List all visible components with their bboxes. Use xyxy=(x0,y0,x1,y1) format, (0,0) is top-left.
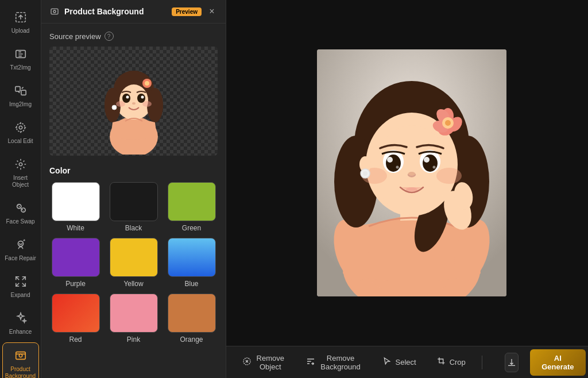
sidebar-item-face-repair[interactable]: Face Repair xyxy=(2,232,39,267)
color-swatch-orange xyxy=(168,294,216,333)
color-name-green: Green xyxy=(182,224,201,232)
color-item-white[interactable]: White xyxy=(49,182,102,232)
color-item-pink[interactable]: Pink xyxy=(107,294,160,344)
svg-point-51 xyxy=(432,166,435,169)
sidebar-label-local-edit: Local Edit xyxy=(8,138,33,145)
svg-point-29 xyxy=(145,81,149,86)
upload-icon xyxy=(13,9,29,25)
color-name-blue: Blue xyxy=(184,280,198,288)
svg-point-8 xyxy=(21,208,25,212)
remove-background-icon xyxy=(306,357,315,368)
svg-point-4 xyxy=(19,126,22,129)
svg-point-26 xyxy=(116,101,125,107)
main-canvas-image xyxy=(317,49,506,296)
svg-point-22 xyxy=(137,94,145,103)
panel: Product Background Preview × Source prev… xyxy=(41,0,226,378)
color-item-yellow[interactable]: Yellow xyxy=(107,238,160,288)
color-name-orange: Orange xyxy=(180,335,203,344)
help-icon[interactable]: ? xyxy=(105,32,114,41)
sidebar-item-expand[interactable]: Expand xyxy=(2,269,39,303)
color-swatch-green xyxy=(168,182,216,221)
svg-point-49 xyxy=(424,157,430,163)
sidebar-item-local-edit[interactable]: Local Edit xyxy=(2,115,39,149)
sidebar-item-img2img[interactable]: Img2Img xyxy=(2,78,39,113)
svg-point-47 xyxy=(423,155,438,172)
close-button[interactable]: × xyxy=(206,6,218,17)
sidebar-item-product-background[interactable]: ProductBackground Preview xyxy=(2,342,39,378)
canvas-area xyxy=(226,0,588,346)
select-icon xyxy=(382,357,392,368)
source-preview-box xyxy=(49,47,218,156)
color-swatch-blue xyxy=(168,238,216,277)
color-name-red: Red xyxy=(69,335,82,344)
bottom-toolbar: Remove Object Remove Background Select xyxy=(226,346,588,378)
svg-rect-3 xyxy=(21,90,25,95)
sidebar-item-txt2img[interactable]: Txt2Img xyxy=(2,41,39,76)
svg-point-65 xyxy=(445,120,451,126)
local-edit-icon xyxy=(13,119,29,136)
svg-point-27 xyxy=(142,101,152,107)
source-preview-image xyxy=(96,48,171,155)
color-item-red[interactable]: Red xyxy=(49,294,102,344)
face-repair-icon xyxy=(13,237,29,253)
sidebar-label-expand: Expand xyxy=(11,292,30,299)
svg-point-23 xyxy=(126,96,129,99)
panel-preview-tag: Preview xyxy=(172,7,202,16)
panel-header: Product Background Preview × xyxy=(41,0,226,24)
color-item-orange[interactable]: Orange xyxy=(165,294,218,344)
sidebar-label-upload: Upload xyxy=(11,28,30,34)
svg-point-53 xyxy=(406,187,417,192)
color-swatch-purple xyxy=(52,238,100,277)
toolbar-divider xyxy=(482,356,482,369)
color-grid: White Black Green Purple Yellow Blue xyxy=(49,182,218,344)
color-item-green[interactable]: Green xyxy=(165,182,218,232)
select-button[interactable]: Select xyxy=(378,354,420,371)
svg-point-43 xyxy=(374,125,449,215)
color-item-purple[interactable]: Purple xyxy=(49,238,102,288)
sidebar-item-enhance[interactable]: Enhance xyxy=(2,306,39,340)
color-name-yellow: Yellow xyxy=(123,280,143,288)
panel-title: Product Background xyxy=(64,7,167,16)
sidebar-item-insert-object[interactable]: Insert Object xyxy=(2,152,39,193)
svg-point-13 xyxy=(53,10,56,13)
remove-object-icon xyxy=(242,357,252,368)
svg-point-46 xyxy=(386,155,401,172)
svg-point-25 xyxy=(132,102,136,105)
source-preview-label: Source preview ? xyxy=(49,32,218,41)
svg-point-21 xyxy=(122,94,130,103)
color-swatch-red xyxy=(52,294,100,333)
ai-generate-button[interactable]: AI Generate xyxy=(530,349,585,376)
insert-object-icon xyxy=(13,156,29,172)
svg-point-48 xyxy=(387,157,393,163)
color-name-pink: Pink xyxy=(127,335,140,344)
main-image xyxy=(317,49,506,296)
color-section-title: Color xyxy=(49,166,218,175)
color-swatch-pink xyxy=(110,294,158,333)
svg-point-24 xyxy=(141,96,144,99)
svg-point-50 xyxy=(396,166,399,169)
color-swatch-black xyxy=(110,182,158,221)
sidebar-item-face-swap[interactable]: Face Swap xyxy=(2,195,39,230)
crop-button[interactable]: Crop xyxy=(432,354,470,371)
color-name-purple: Purple xyxy=(65,280,86,288)
icon-sidebar: Upload Txt2Img Img2Img xyxy=(0,0,41,378)
enhance-icon xyxy=(13,310,29,326)
img2img-icon xyxy=(13,83,29,99)
remove-background-button[interactable]: Remove Background xyxy=(301,351,366,374)
panel-body: Source preview ? xyxy=(41,24,226,378)
color-item-blue[interactable]: Blue xyxy=(165,238,218,288)
remove-object-button[interactable]: Remove Object xyxy=(238,351,290,374)
txt2img-icon xyxy=(13,46,29,62)
color-name-black: Black xyxy=(125,224,142,232)
sidebar-item-upload[interactable]: Upload xyxy=(2,5,39,39)
product-background-icon xyxy=(13,348,29,364)
download-button[interactable] xyxy=(505,353,519,372)
face-swap-icon xyxy=(13,200,29,216)
sidebar-label-product-background: ProductBackground xyxy=(5,366,36,378)
color-name-white: White xyxy=(67,224,84,232)
sidebar-label-txt2img: Txt2Img xyxy=(10,64,30,71)
sidebar-label-enhance: Enhance xyxy=(9,329,32,335)
sidebar-label-insert-object: Insert Object xyxy=(5,175,37,188)
color-item-black[interactable]: Black xyxy=(107,182,160,232)
main-area: Remove Object Remove Background Select xyxy=(226,0,588,378)
